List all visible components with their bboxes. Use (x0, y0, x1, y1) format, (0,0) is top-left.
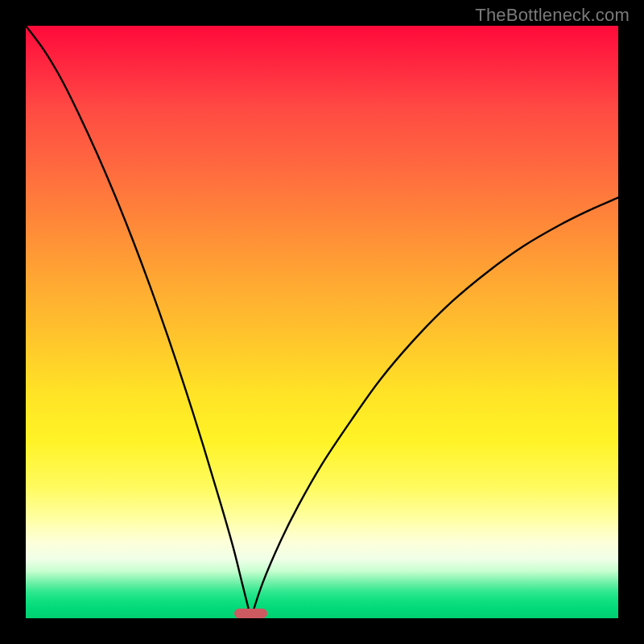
watermark-text: TheBottleneck.com (475, 5, 630, 26)
curve-right-branch (251, 197, 618, 618)
chart-curve-layer (26, 26, 618, 618)
chart-outer-frame (0, 0, 644, 644)
curve-left-branch (26, 26, 251, 618)
bottleneck-marker (234, 609, 266, 618)
